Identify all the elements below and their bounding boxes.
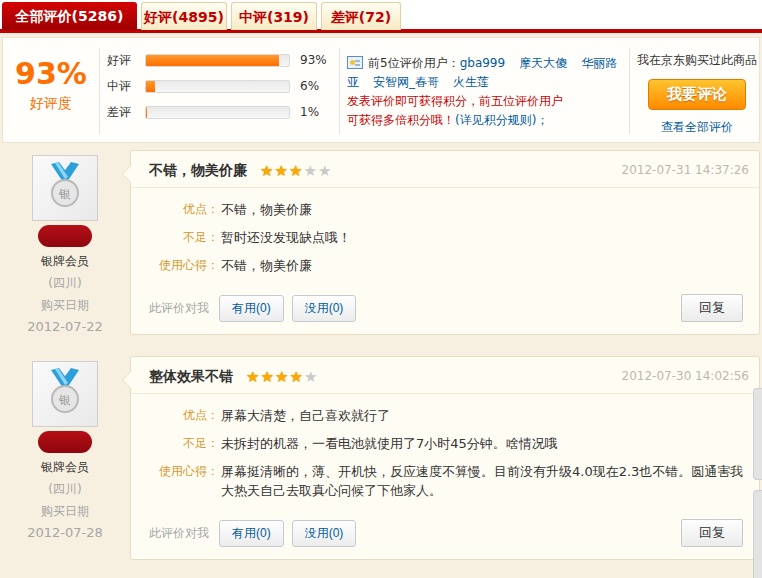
- star-filled-icon: ★: [275, 162, 289, 180]
- review-experience-row: 使用心得：屏幕挺清晰的，薄、开机快，反应速度不算慢。目前没有升级4.0现在2.3…: [131, 462, 745, 500]
- scrollbar-thumb[interactable]: [753, 388, 762, 480]
- bar-value: 1%: [300, 105, 319, 119]
- divider: [99, 48, 100, 134]
- overall-score: 93% 好评度: [3, 38, 99, 142]
- pros-label: 优点：: [131, 200, 219, 219]
- review-card: 不错，物美价廉 ★★★★★ 2012-07-31 14:37:26 优点：不错，…: [130, 150, 760, 335]
- top-user-link[interactable]: 火生莲: [453, 75, 489, 89]
- card-arrow: [122, 165, 131, 183]
- review-header: 不错，物美价廉 ★★★★★ 2012-07-31 14:37:26: [131, 151, 759, 188]
- top-user-link[interactable]: gba999: [460, 56, 506, 70]
- silver-medal-icon: 银: [32, 361, 98, 427]
- review-card: 整体效果不错 ★★★★★ 2012-07-30 14:02:56 优点：屏幕大清…: [130, 356, 760, 560]
- tab-negative-reviews[interactable]: 差评(72): [321, 2, 401, 30]
- scrollbar-thumb[interactable]: [753, 490, 762, 578]
- star-empty-icon: ★: [303, 162, 317, 180]
- star-filled-icon: ★: [261, 368, 275, 386]
- star-filled-icon: ★: [275, 368, 289, 386]
- bar-fill: [146, 81, 155, 92]
- review-tabbar: 全部评价(5286) 好评(4895) 中评(319) 差评(72): [0, 0, 762, 33]
- bar-track: [145, 80, 290, 93]
- reviewer-region: (四川): [0, 275, 130, 292]
- cons-label: 不足：: [131, 228, 219, 247]
- review-experience-row: 使用心得：不错，物美价廉: [131, 256, 745, 275]
- bar-value: 93%: [300, 53, 327, 67]
- write-review-button[interactable]: 我要评论: [648, 79, 746, 110]
- star-filled-icon: ★: [289, 368, 303, 386]
- review-pros-row: 优点：不错，物美价廉: [131, 200, 745, 219]
- reviewer-region: (四川): [0, 481, 130, 498]
- review-item: 银 银牌会员 (四川) 购买日期 2012-07-22 不错，物美价廉 ★★★★…: [0, 150, 762, 335]
- useful-button[interactable]: 有用(0): [219, 520, 284, 547]
- useful-button[interactable]: 有用(0): [219, 295, 284, 322]
- review-page: 全部评价(5286) 好评(4895) 中评(319) 差评(72) 93% 好…: [0, 0, 762, 578]
- review-item: 银 银牌会员 (四川) 购买日期 2012-07-28 整体效果不错 ★★★★★…: [0, 356, 762, 560]
- purchased-note: 我在京东购买过此商品: [633, 52, 761, 69]
- star-filled-icon: ★: [260, 162, 274, 180]
- experience-text: 屏幕挺清晰的，薄、开机快，反应速度不算慢。目前没有升级4.0现在2.3也不错。圆…: [219, 462, 745, 500]
- reviewer-info: 银 银牌会员 (四川) 购买日期 2012-07-28: [0, 356, 130, 560]
- promo-text-line1: 发表评价即可获得积分，前五位评价用户: [347, 92, 625, 111]
- card-arrow: [122, 371, 131, 389]
- promo-text-line2: 可获得多倍积分哦！(详见积分规则)；: [347, 111, 625, 130]
- bar-track: [145, 54, 290, 67]
- bar-track: [145, 106, 290, 119]
- purchase-date-label: 购买日期: [0, 503, 130, 520]
- svg-text:银: 银: [58, 393, 71, 407]
- reply-button[interactable]: 回复: [681, 519, 743, 547]
- useless-button[interactable]: 没用(0): [292, 520, 357, 547]
- bar-fill: [146, 55, 279, 66]
- star-rating: ★★★★★: [246, 368, 318, 386]
- review-title: 整体效果不错: [149, 368, 233, 384]
- top-user-link[interactable]: 摩天大傻: [519, 56, 567, 70]
- rating-bar-neutral: 中评 6%: [107, 76, 339, 96]
- tab-positive-reviews[interactable]: 好评(4895): [141, 2, 227, 30]
- cons-text: 暂时还没发现缺点哦！: [219, 228, 745, 247]
- pros-label: 优点：: [131, 406, 219, 425]
- top-users-label: 前5位评价用户：: [368, 56, 460, 70]
- review-list: 银 银牌会员 (四川) 购买日期 2012-07-22 不错，物美价廉 ★★★★…: [0, 150, 762, 578]
- divider: [629, 48, 630, 134]
- review-date: 2012-07-31 14:37:26: [622, 163, 749, 177]
- star-filled-icon: ★: [289, 162, 303, 180]
- experience-text: 不错，物美价廉: [219, 256, 745, 275]
- rating-bars: 好评 93% 中评 6% 差评 1%: [107, 50, 339, 128]
- svg-text:银: 银: [58, 187, 71, 201]
- view-all-reviews-link[interactable]: 查看全部评价: [633, 119, 761, 136]
- pros-text: 不错，物美价廉: [219, 200, 745, 219]
- tab-all-reviews[interactable]: 全部评价(5286): [2, 2, 137, 30]
- tab-neutral-reviews[interactable]: 中评(319): [231, 2, 317, 30]
- star-filled-icon: ★: [246, 368, 260, 386]
- id-card-icon: [347, 56, 363, 69]
- member-level: 银牌会员: [0, 253, 130, 270]
- top-user-link[interactable]: 安智网_春哥: [373, 75, 439, 89]
- helpful-prefix: 此评价对我: [149, 300, 209, 317]
- review-footer: 此评价对我 有用(0) 没用(0) 回复: [131, 288, 759, 334]
- reviewer-name-redacted: [38, 225, 92, 247]
- star-rating: ★★★★★: [260, 162, 332, 180]
- promo-text-line2-red: 可获得多倍积分哦！: [347, 113, 455, 127]
- positive-percent-label: 好评度: [3, 95, 99, 113]
- helpful-prefix: 此评价对我: [149, 525, 209, 542]
- reviewer-name-redacted: [38, 431, 92, 453]
- useless-button[interactable]: 没用(0): [292, 295, 357, 322]
- rating-bar-negative: 差评 1%: [107, 102, 339, 122]
- reply-button[interactable]: 回复: [681, 294, 743, 322]
- points-rule-link[interactable]: (详见积分规则)；: [455, 113, 548, 127]
- review-body: 优点：不错，物美价廉 不足：暂时还没发现缺点哦！ 使用心得：不错，物美价廉: [131, 188, 759, 288]
- bar-label: 好评: [107, 52, 139, 69]
- bar-fill: [146, 107, 147, 118]
- star-empty-icon: ★: [318, 162, 332, 180]
- review-pros-row: 优点：屏幕大清楚，自己喜欢就行了: [131, 406, 745, 425]
- rating-bar-positive: 好评 93%: [107, 50, 339, 70]
- member-level: 银牌会员: [0, 459, 130, 476]
- bar-label: 中评: [107, 78, 139, 95]
- purchase-date-label: 购买日期: [0, 297, 130, 314]
- review-cons-row: 不足：暂时还没发现缺点哦！: [131, 228, 745, 247]
- star-empty-icon: ★: [304, 368, 318, 386]
- purchase-date-value: 2012-07-28: [0, 525, 130, 540]
- purchase-date-value: 2012-07-22: [0, 319, 130, 334]
- review-footer: 此评价对我 有用(0) 没用(0) 回复: [131, 513, 759, 559]
- bar-value: 6%: [300, 79, 319, 93]
- cons-label: 不足：: [131, 434, 219, 453]
